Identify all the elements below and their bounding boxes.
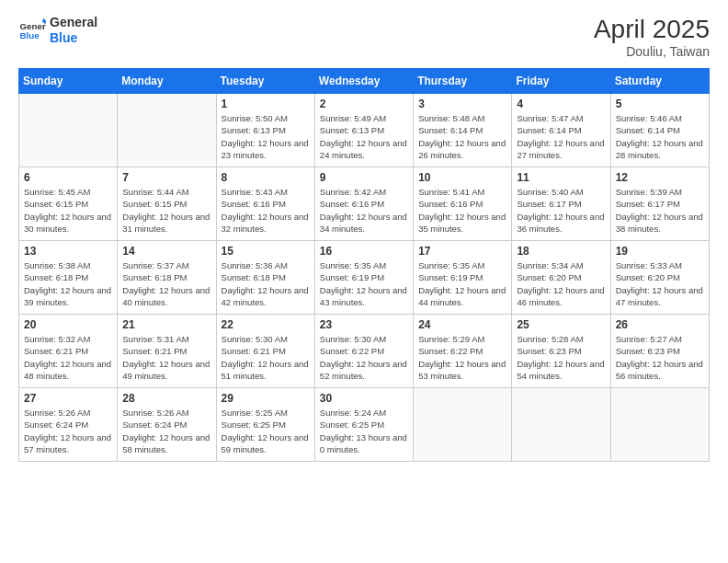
table-row: 15Sunrise: 5:36 AM Sunset: 6:18 PM Dayli… [216,241,314,315]
header-saturday: Saturday [610,69,709,94]
table-row: 27Sunrise: 5:26 AM Sunset: 6:24 PM Dayli… [19,388,118,462]
table-row: 7Sunrise: 5:44 AM Sunset: 6:15 PM Daylig… [118,167,216,241]
table-row [118,94,216,167]
header-wednesday: Wednesday [314,69,413,94]
day-info: Sunrise: 5:45 AM Sunset: 6:15 PM Dayligh… [24,186,112,235]
day-number: 13 [24,245,112,258]
day-info: Sunrise: 5:35 AM Sunset: 6:19 PM Dayligh… [418,259,506,308]
table-row: 2Sunrise: 5:49 AM Sunset: 6:13 PM Daylig… [314,94,413,167]
day-number: 20 [24,318,112,331]
header-friday: Friday [512,69,610,94]
day-number: 5 [616,98,704,110]
table-row [19,94,118,167]
table-row: 13Sunrise: 5:38 AM Sunset: 6:18 PM Dayli… [19,241,118,315]
day-number: 7 [122,171,210,184]
day-info: Sunrise: 5:49 AM Sunset: 6:13 PM Dayligh… [320,112,408,161]
table-row: 17Sunrise: 5:35 AM Sunset: 6:19 PM Dayli… [414,241,512,315]
calendar-title: April 2025 [594,15,710,44]
day-info: Sunrise: 5:50 AM Sunset: 6:13 PM Dayligh… [222,112,310,161]
table-row: 4Sunrise: 5:47 AM Sunset: 6:14 PM Daylig… [512,94,610,167]
svg-text:General: General [20,20,47,30]
table-row: 20Sunrise: 5:32 AM Sunset: 6:21 PM Dayli… [19,315,118,388]
day-number: 10 [418,171,506,184]
calendar-week-row: 6Sunrise: 5:45 AM Sunset: 6:15 PM Daylig… [19,167,710,241]
svg-text:Blue: Blue [20,30,40,40]
day-number: 25 [517,318,605,331]
day-info: Sunrise: 5:43 AM Sunset: 6:16 PM Dayligh… [222,186,310,235]
table-row: 22Sunrise: 5:30 AM Sunset: 6:21 PM Dayli… [216,315,314,388]
calendar-week-row: 27Sunrise: 5:26 AM Sunset: 6:24 PM Dayli… [19,388,710,462]
table-row: 25Sunrise: 5:28 AM Sunset: 6:23 PM Dayli… [512,315,610,388]
table-row [414,388,512,462]
day-info: Sunrise: 5:48 AM Sunset: 6:14 PM Dayligh… [418,112,506,161]
day-info: Sunrise: 5:28 AM Sunset: 6:23 PM Dayligh… [517,333,605,382]
day-info: Sunrise: 5:46 AM Sunset: 6:14 PM Dayligh… [616,112,704,161]
day-number: 26 [616,318,704,331]
day-number: 14 [122,245,210,258]
table-row: 12Sunrise: 5:39 AM Sunset: 6:17 PM Dayli… [610,167,709,241]
day-info: Sunrise: 5:26 AM Sunset: 6:24 PM Dayligh… [24,407,112,455]
table-row: 29Sunrise: 5:25 AM Sunset: 6:25 PM Dayli… [216,388,314,462]
header-sunday: Sunday [19,69,118,94]
day-number: 3 [418,98,506,110]
table-row: 10Sunrise: 5:41 AM Sunset: 6:16 PM Dayli… [414,167,512,241]
day-info: Sunrise: 5:37 AM Sunset: 6:18 PM Dayligh… [122,259,210,308]
day-number: 22 [222,318,310,331]
table-row: 23Sunrise: 5:30 AM Sunset: 6:22 PM Dayli… [314,315,413,388]
day-number: 2 [320,98,408,110]
weekday-header-row: Sunday Monday Tuesday Wednesday Thursday… [19,69,710,94]
table-row [512,388,610,462]
header-monday: Monday [118,69,216,94]
table-row: 14Sunrise: 5:37 AM Sunset: 6:18 PM Dayli… [118,241,216,315]
day-info: Sunrise: 5:26 AM Sunset: 6:24 PM Dayligh… [122,407,210,455]
day-info: Sunrise: 5:44 AM Sunset: 6:15 PM Dayligh… [122,186,210,235]
day-number: 21 [122,318,210,331]
title-block: April 2025 Douliu, Taiwan [594,15,710,59]
day-info: Sunrise: 5:42 AM Sunset: 6:16 PM Dayligh… [320,186,408,235]
table-row: 1Sunrise: 5:50 AM Sunset: 6:13 PM Daylig… [216,94,314,167]
day-number: 1 [222,98,310,110]
table-row: 26Sunrise: 5:27 AM Sunset: 6:23 PM Dayli… [610,315,709,388]
table-row: 18Sunrise: 5:34 AM Sunset: 6:20 PM Dayli… [512,241,610,315]
day-number: 18 [517,245,605,258]
day-number: 19 [616,245,704,258]
day-info: Sunrise: 5:27 AM Sunset: 6:23 PM Dayligh… [616,333,704,382]
table-row: 5Sunrise: 5:46 AM Sunset: 6:14 PM Daylig… [610,94,709,167]
table-row [610,388,709,462]
table-row: 6Sunrise: 5:45 AM Sunset: 6:15 PM Daylig… [19,167,118,241]
calendar-table: Sunday Monday Tuesday Wednesday Thursday… [18,68,710,462]
table-row: 16Sunrise: 5:35 AM Sunset: 6:19 PM Dayli… [314,241,413,315]
table-row: 21Sunrise: 5:31 AM Sunset: 6:21 PM Dayli… [118,315,216,388]
day-info: Sunrise: 5:29 AM Sunset: 6:22 PM Dayligh… [418,333,506,382]
page-header: General Blue General Blue April 2025 Dou… [18,15,710,59]
day-info: Sunrise: 5:33 AM Sunset: 6:20 PM Dayligh… [616,259,704,308]
day-info: Sunrise: 5:39 AM Sunset: 6:17 PM Dayligh… [616,186,704,235]
table-row: 19Sunrise: 5:33 AM Sunset: 6:20 PM Dayli… [610,241,709,315]
day-info: Sunrise: 5:38 AM Sunset: 6:18 PM Dayligh… [24,259,112,308]
day-number: 16 [320,245,408,258]
calendar-week-row: 1Sunrise: 5:50 AM Sunset: 6:13 PM Daylig… [19,94,710,167]
table-row: 8Sunrise: 5:43 AM Sunset: 6:16 PM Daylig… [216,167,314,241]
day-number: 23 [320,318,408,331]
day-info: Sunrise: 5:36 AM Sunset: 6:18 PM Dayligh… [222,259,310,308]
day-number: 24 [418,318,506,331]
table-row: 28Sunrise: 5:26 AM Sunset: 6:24 PM Dayli… [118,388,216,462]
day-info: Sunrise: 5:32 AM Sunset: 6:21 PM Dayligh… [24,333,112,382]
table-row: 9Sunrise: 5:42 AM Sunset: 6:16 PM Daylig… [314,167,413,241]
header-tuesday: Tuesday [216,69,314,94]
day-info: Sunrise: 5:41 AM Sunset: 6:16 PM Dayligh… [418,186,506,235]
day-number: 29 [222,392,310,405]
day-info: Sunrise: 5:25 AM Sunset: 6:25 PM Dayligh… [222,407,310,455]
day-info: Sunrise: 5:30 AM Sunset: 6:21 PM Dayligh… [222,333,310,382]
day-info: Sunrise: 5:40 AM Sunset: 6:17 PM Dayligh… [517,186,605,235]
day-info: Sunrise: 5:34 AM Sunset: 6:20 PM Dayligh… [517,259,605,308]
day-number: 9 [320,171,408,184]
day-info: Sunrise: 5:35 AM Sunset: 6:19 PM Dayligh… [320,259,408,308]
calendar-subtitle: Douliu, Taiwan [594,44,710,59]
table-row: 3Sunrise: 5:48 AM Sunset: 6:14 PM Daylig… [414,94,512,167]
table-row: 24Sunrise: 5:29 AM Sunset: 6:22 PM Dayli… [414,315,512,388]
day-info: Sunrise: 5:24 AM Sunset: 6:25 PM Dayligh… [320,407,408,455]
table-row: 11Sunrise: 5:40 AM Sunset: 6:17 PM Dayli… [512,167,610,241]
table-row: 30Sunrise: 5:24 AM Sunset: 6:25 PM Dayli… [314,388,413,462]
logo-line1: General [50,15,97,30]
